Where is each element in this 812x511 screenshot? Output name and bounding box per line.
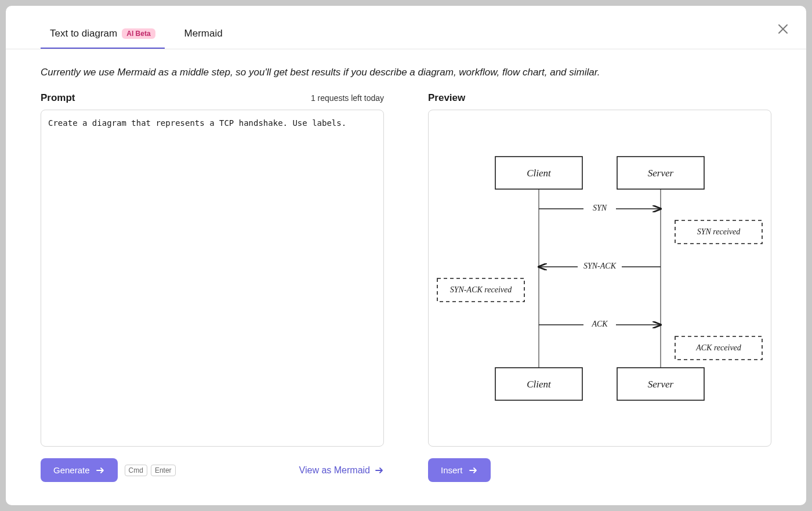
prompt-column: Prompt 1 requests left today	[41, 92, 384, 447]
arrow-right-icon	[375, 466, 384, 475]
diagram-preview: Client Server SYN SYN received	[432, 145, 768, 412]
diagram-client-top: Client	[527, 167, 552, 178]
diagram-note1: SYN received	[697, 227, 741, 236]
generate-label: Generate	[53, 465, 90, 475]
kbd-cmd: Cmd	[125, 465, 147, 476]
diagram-msg2: SYN-ACK	[583, 262, 617, 270]
ai-beta-badge: AI Beta	[122, 28, 155, 39]
preview-column: Preview Client Server	[428, 92, 771, 447]
diagram-server-bottom: Server	[648, 378, 674, 389]
kbd-shortcut: Cmd Enter	[125, 465, 176, 476]
arrow-right-icon	[469, 466, 478, 475]
view-mermaid-label: View as Mermaid	[299, 465, 370, 476]
diagram-msg1: SYN	[593, 204, 607, 212]
tab-text-to-diagram[interactable]: Text to diagram AI Beta	[41, 20, 165, 49]
preview-box: Client Server SYN SYN received	[428, 110, 771, 447]
content-row: Prompt 1 requests left today Preview	[6, 92, 806, 447]
preview-label: Preview	[428, 92, 465, 104]
insert-button[interactable]: Insert	[428, 458, 491, 482]
requests-left-text: 1 requests left today	[311, 93, 384, 103]
diagram-msg3: ACK	[591, 320, 608, 328]
kbd-enter: Enter	[151, 465, 176, 476]
diagram-server-top: Server	[648, 167, 674, 178]
text-to-diagram-modal: Text to diagram AI Beta Mermaid Currentl…	[6, 6, 806, 505]
tab-mermaid[interactable]: Mermaid	[175, 20, 232, 49]
view-as-mermaid-link[interactable]: View as Mermaid	[299, 465, 384, 476]
info-text: Currently we use Mermaid as a middle ste…	[6, 49, 806, 92]
diagram-note2: SYN-ACK received	[450, 285, 512, 294]
bottom-row: Generate Cmd Enter View as Mermaid Inser…	[6, 447, 806, 505]
insert-label: Insert	[441, 465, 463, 475]
close-icon	[778, 24, 788, 34]
prompt-label: Prompt	[41, 92, 75, 104]
tab-label: Text to diagram	[50, 28, 117, 39]
close-button[interactable]	[776, 22, 790, 36]
diagram-client-bottom: Client	[527, 378, 552, 389]
diagram-note3: ACK received	[695, 343, 742, 352]
tabs: Text to diagram AI Beta Mermaid	[6, 6, 806, 49]
prompt-input[interactable]	[41, 110, 384, 447]
generate-button[interactable]: Generate	[41, 458, 118, 482]
arrow-right-icon	[96, 466, 105, 475]
tab-label: Mermaid	[184, 28, 223, 39]
